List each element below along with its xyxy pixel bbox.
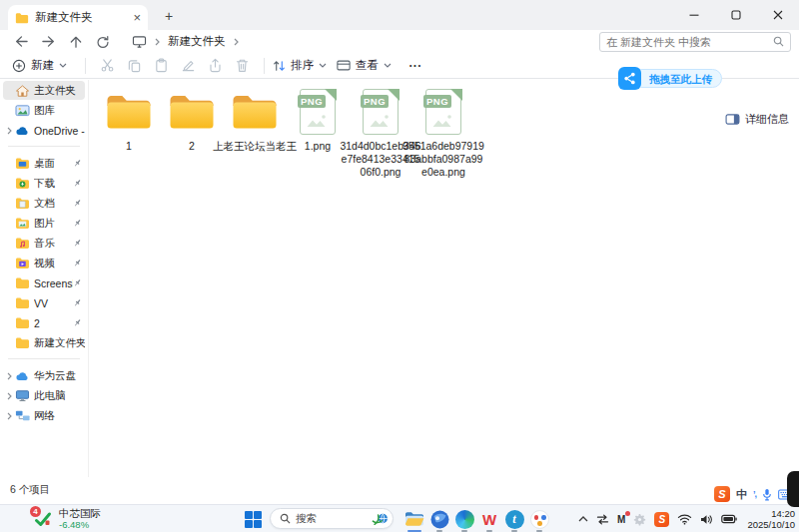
stock-widget[interactable]: 4 中芯国际 -6.48% xyxy=(0,505,150,532)
sogou-icon[interactable]: S xyxy=(654,512,669,527)
sidebar-item-screenshot[interactable]: Screenshot xyxy=(3,273,85,292)
taskbar-search-label: 搜索 xyxy=(296,512,372,526)
page-fold xyxy=(325,89,337,101)
folder-item[interactable]: 2 xyxy=(162,86,222,179)
sidebar-item-videos[interactable]: 视频 xyxy=(3,254,85,272)
home-icon xyxy=(14,84,30,98)
taskbar-clock[interactable]: 14:202025/10/10 xyxy=(747,508,795,531)
breadcrumb-current[interactable]: 新建文件夹 xyxy=(168,34,226,49)
back-button[interactable] xyxy=(8,32,35,52)
sidebar-item-desktop[interactable]: 桌面 xyxy=(3,154,85,173)
maximize-button[interactable] xyxy=(715,0,757,30)
explorer-tab[interactable]: 新建文件夹 × xyxy=(8,5,148,30)
sogou-ime-bar: S 中 ’, xyxy=(714,485,793,503)
sidebar-item-downloads[interactable]: 下载 xyxy=(3,174,85,193)
start-button[interactable] xyxy=(244,510,262,528)
sogou-logo-icon[interactable]: S xyxy=(714,486,730,502)
taskbar-app-t-app[interactable]: t xyxy=(503,508,525,530)
png-badge: PNG xyxy=(298,95,326,108)
microphone-icon[interactable] xyxy=(762,488,772,501)
file-name-label: 9551a6deb9791983abbfa0987a99e0ea.png xyxy=(401,140,485,179)
sidebar-item-this-pc[interactable]: 此电脑 xyxy=(3,386,85,405)
sidebar-item-huawei-cloud[interactable]: 华为云盘 xyxy=(3,366,85,385)
taskbar-app-blue-app[interactable] xyxy=(428,508,450,530)
pin-icon xyxy=(73,298,82,307)
new-tab-button[interactable]: + xyxy=(158,6,180,26)
ime-language-mode[interactable]: 中 xyxy=(736,487,747,502)
sidebar-item-label: 文档 xyxy=(34,197,73,211)
new-button[interactable]: 新建 xyxy=(12,58,67,73)
folder-item[interactable]: 上老王论坛当老王 xyxy=(225,86,285,179)
folder-item[interactable]: 1 xyxy=(99,86,159,179)
sidebar-item-network[interactable]: 网络 xyxy=(3,406,85,425)
stock-m-icon[interactable]: M xyxy=(617,514,625,525)
search-highlight-doodle-icon xyxy=(372,511,389,526)
drag-upload-hint[interactable]: 拖拽至此上传 xyxy=(631,69,722,88)
sidebar-item-music[interactable]: 音乐 xyxy=(3,234,85,253)
search-icon xyxy=(773,36,784,47)
pin-icon xyxy=(73,278,82,287)
sidebar-item-gallery[interactable]: 图库 xyxy=(3,101,85,120)
new-button-label: 新建 xyxy=(31,58,54,73)
refresh-button[interactable] xyxy=(89,32,116,52)
ime-punctuation-icon[interactable]: ’, xyxy=(753,489,756,499)
chevron-right-icon[interactable] xyxy=(5,392,14,400)
stock-widget-texts: 中芯国际 -6.48% xyxy=(59,508,101,530)
more-options-button[interactable]: ... xyxy=(401,56,429,70)
sidebar-item-onedrive[interactable]: OneDrive - Pers xyxy=(3,121,85,140)
folder-plain-icon xyxy=(14,296,30,309)
screen-edge-handle[interactable] xyxy=(787,471,799,507)
sidebar-item-new-folder[interactable]: 新建文件夹 xyxy=(3,333,85,352)
taskbar-app-explorer[interactable] xyxy=(403,508,425,530)
net-arrows-icon[interactable] xyxy=(596,514,609,525)
forward-button[interactable] xyxy=(35,32,62,52)
chevron-right-icon[interactable] xyxy=(5,412,14,420)
taskbar-app-edge[interactable] xyxy=(453,508,475,530)
chevron-right-icon[interactable] xyxy=(5,372,14,380)
notification-badge: 4 xyxy=(30,506,41,517)
status-bar: 6 个项目 xyxy=(0,477,799,504)
close-tab-icon[interactable]: × xyxy=(133,11,141,24)
sidebar-item-home[interactable]: 主文件夹 xyxy=(3,81,85,100)
search-input[interactable] xyxy=(606,36,773,48)
folder-plain-icon xyxy=(14,336,30,349)
toolbar-divider xyxy=(85,58,86,74)
volume-icon[interactable] xyxy=(700,514,713,525)
this-pc-icon[interactable] xyxy=(132,35,147,48)
chevron-right-icon[interactable] xyxy=(5,127,14,135)
wifi-icon[interactable] xyxy=(677,513,692,525)
search-box[interactable] xyxy=(599,32,791,52)
close-window-button[interactable] xyxy=(757,0,799,30)
battery-icon[interactable] xyxy=(721,514,737,524)
cloud-upload-icon[interactable] xyxy=(618,67,641,90)
chevron-down-icon xyxy=(319,63,327,68)
dim-gear-icon[interactable] xyxy=(633,513,646,526)
tab-title: 新建文件夹 xyxy=(35,10,127,25)
folder-music-icon xyxy=(14,237,30,250)
folder-documents-icon xyxy=(14,197,30,210)
sidebar-item-label: 华为云盘 xyxy=(34,369,85,383)
clock-date: 2025/10/10 xyxy=(747,519,795,531)
taskbar-app-dots-app[interactable] xyxy=(528,508,550,530)
gallery-icon xyxy=(14,104,30,117)
chevron-up-icon[interactable] xyxy=(578,516,588,522)
navigation-bar: 新建文件夹 xyxy=(0,30,799,53)
sidebar-item-documents[interactable]: 文档 xyxy=(3,194,85,213)
chevron-right-icon[interactable] xyxy=(234,38,239,46)
up-button[interactable] xyxy=(62,32,89,52)
file-list-area[interactable]: 12上老王论坛当老王PNG1.pngPNG31d4d0bc1eb346e7fe8… xyxy=(88,80,799,477)
taskbar-search[interactable]: 搜索 xyxy=(270,508,394,529)
copy-icon xyxy=(121,55,148,77)
file-item[interactable]: PNG9551a6deb9791983abbfa0987a99e0ea.png xyxy=(413,86,473,179)
sidebar-item-vv[interactable]: VV xyxy=(3,293,85,312)
minimize-button[interactable] xyxy=(673,0,715,30)
sidebar-item-folder-2[interactable]: 2 xyxy=(3,313,85,332)
toolbar-divider xyxy=(264,58,265,74)
sort-button[interactable]: 排序 xyxy=(273,58,327,73)
sidebar-item-label: 视频 xyxy=(34,257,73,270)
sidebar-item-pictures[interactable]: 图片 xyxy=(3,214,85,233)
pc-icon xyxy=(14,389,30,402)
folder-plain-icon xyxy=(14,316,30,329)
view-button[interactable]: 查看 xyxy=(337,58,392,73)
taskbar-app-wps[interactable]: W xyxy=(478,508,500,530)
